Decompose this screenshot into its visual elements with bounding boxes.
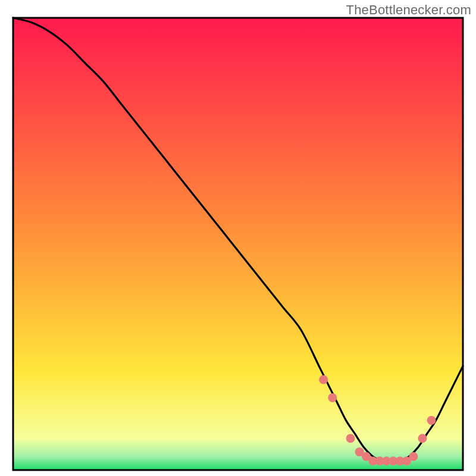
marker-dot bbox=[346, 434, 355, 443]
bottleneck-chart bbox=[0, 0, 476, 476]
chart-container: TheBottlenecker.com bbox=[0, 0, 476, 476]
marker-dot bbox=[328, 393, 337, 402]
attribution-label: TheBottlenecker.com bbox=[346, 2, 471, 18]
plot-area bbox=[13, 18, 463, 470]
gradient-background bbox=[13, 18, 463, 470]
marker-dot bbox=[409, 452, 418, 461]
marker-dot bbox=[427, 416, 436, 425]
marker-dot bbox=[319, 375, 328, 384]
marker-dot bbox=[418, 434, 427, 443]
